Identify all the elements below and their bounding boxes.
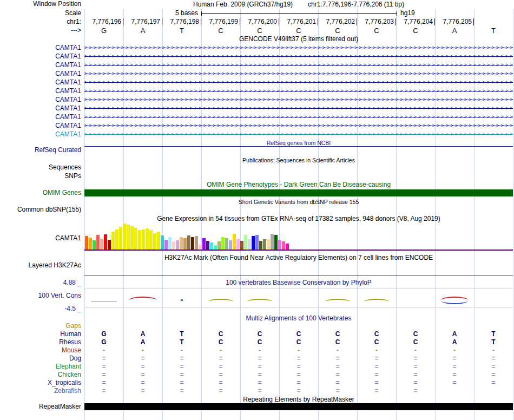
ruler-position[interactable]: 7,776,196: [84, 18, 123, 25]
gtex-tissue-bar[interactable]: [252, 236, 255, 250]
ruler-position[interactable]: 7,776,201: [279, 18, 318, 25]
ruler-position[interactable]: 7,776,197: [123, 18, 162, 25]
gtex-tissue-bar[interactable]: [225, 238, 228, 250]
gtex-tissue-bar[interactable]: [168, 237, 172, 250]
track-label-elephant[interactable]: Elephant: [0, 363, 81, 371]
gtex-tissue-bar[interactable]: [286, 244, 289, 250]
transcript-row[interactable]: >>>>>>>>>>>>>>>>>>>>>>>>>>>>>>>>>>>>>>>>…: [84, 78, 513, 87]
gtex-tissue-bar[interactable]: [214, 245, 217, 250]
track-label-human[interactable]: Human: [0, 330, 81, 338]
gtex-tissue-bar[interactable]: [183, 238, 187, 250]
track-label-omim-genes[interactable]: OMIM Genes: [0, 189, 81, 196]
track-label-camta1[interactable]: CAMTA1: [0, 52, 81, 61]
phylop-wiggle[interactable]: [84, 288, 513, 309]
gtex-tissue-bar[interactable]: [172, 241, 175, 250]
multiz-row-rhesus[interactable]: GATCCCCCCAT: [84, 338, 513, 346]
transcript-row[interactable]: >>>>>>>>>>>>>>>>>>>>>>>>>>>>>>>>>>>>>>>>…: [84, 61, 513, 69]
ruler-position[interactable]: 7,776,200: [240, 18, 279, 25]
gtex-tissue-bar[interactable]: [104, 234, 107, 250]
gtex-tissue-bar[interactable]: [218, 241, 221, 250]
gtex-tissue-bar[interactable]: [267, 239, 270, 250]
track-label-chicken[interactable]: Chicken: [0, 371, 81, 379]
gtex-tissue-bar[interactable]: [282, 241, 285, 250]
track-label-camta1[interactable]: CAMTA1: [0, 43, 81, 52]
gtex-tissue-bar[interactable]: [142, 229, 145, 250]
track-label-camta1[interactable]: CAMTA1: [0, 130, 81, 139]
gtex-tissue-bar[interactable]: [115, 229, 118, 250]
omim-gene-bar[interactable]: [84, 189, 513, 196]
gtex-tissue-bar[interactable]: [108, 240, 111, 250]
gtex-tissue-bar[interactable]: [111, 232, 115, 250]
transcript-row[interactable]: >>>>>>>>>>>>>>>>>>>>>>>>>>>>>>>>>>>>>>>>…: [84, 95, 513, 104]
gtex-tissue-bar[interactable]: [199, 245, 202, 250]
multiz-row-mouse[interactable]: -----------: [84, 346, 513, 355]
transcript-row[interactable]: >>>>>>>>>>>>>>>>>>>>>>>>>>>>>>>>>>>>>>>>…: [84, 43, 513, 52]
gtex-tissue-bar[interactable]: [221, 237, 225, 250]
gtex-tissue-bar[interactable]: [259, 241, 262, 250]
refseq-dense-item[interactable]: [84, 146, 513, 147]
gtex-tissue-bar[interactable]: [210, 242, 213, 250]
gtex-tissue-bar[interactable]: [134, 228, 137, 250]
transcript-row[interactable]: >>>>>>>>>>>>>>>>>>>>>>>>>>>>>>>>>>>>>>>>…: [84, 52, 513, 61]
track-label-camta1[interactable]: CAMTA1: [0, 78, 81, 87]
track-label-sequences[interactable]: Sequences: [0, 164, 81, 171]
gtex-tissue-bar[interactable]: [85, 236, 88, 250]
track-label-repeatmasker[interactable]: RepeatMasker: [0, 403, 81, 410]
gtex-tissue-bar[interactable]: [89, 238, 92, 250]
gtex-expression-barchart[interactable]: [85, 223, 513, 250]
multiz-row-chicken[interactable]: ===========: [84, 371, 513, 379]
transcript-row[interactable]: >>>>>>>>>>>>>>>>>>>>>>>>>>>>>>>>>>>>>>>>…: [84, 113, 513, 121]
ruler-position[interactable]: 7,776,199: [201, 18, 240, 25]
track-label-common-dbsnp[interactable]: Common dbSNP(155): [0, 206, 81, 213]
track-label-rhesus[interactable]: Rhesus: [0, 338, 81, 346]
transcript-row[interactable]: >>>>>>>>>>>>>>>>>>>>>>>>>>>>>>>>>>>>>>>>…: [84, 69, 513, 78]
gtex-tissue-bar[interactable]: [229, 240, 232, 250]
track-label-camta1[interactable]: CAMTA1: [0, 87, 81, 95]
gtex-tissue-bar[interactable]: [255, 235, 259, 250]
gtex-tissue-bar[interactable]: [164, 240, 168, 250]
track-label-mouse[interactable]: Mouse: [0, 346, 81, 355]
gtex-tissue-bar[interactable]: [153, 233, 156, 250]
transcript-row[interactable]: >>>>>>>>>>>>>>>>>>>>>>>>>>>>>>>>>>>>>>>>…: [84, 121, 513, 130]
transcript-row[interactable]: >>>>>>>>>>>>>>>>>>>>>>>>>>>>>>>>>>>>>>>>…: [84, 130, 513, 139]
track-label-dog[interactable]: Dog: [0, 355, 81, 363]
ruler-position[interactable]: 7,776,202: [318, 18, 357, 25]
gtex-tissue-bar[interactable]: [149, 230, 153, 250]
gtex-tissue-bar[interactable]: [195, 236, 198, 250]
gtex-tissue-bar[interactable]: [127, 225, 130, 250]
repeatmasker-bar[interactable]: [84, 403, 513, 410]
gtex-tissue-bar[interactable]: [93, 240, 96, 250]
gtex-tissue-bar[interactable]: [96, 235, 100, 250]
track-label-camta1[interactable]: CAMTA1: [0, 61, 81, 69]
track-label-camta1[interactable]: CAMTA1: [0, 113, 81, 121]
gtex-tissue-bar[interactable]: [233, 234, 236, 250]
track-label-gtex-camta1[interactable]: CAMTA1: [0, 235, 81, 242]
gtex-tissue-bar[interactable]: [180, 237, 183, 250]
gtex-tissue-bar[interactable]: [187, 235, 190, 250]
gtex-tissue-bar[interactable]: [240, 241, 243, 250]
track-label-camta1[interactable]: CAMTA1: [0, 104, 81, 113]
ruler-position[interactable]: 7,776,203: [357, 18, 396, 25]
track-label-snps[interactable]: SNPs: [0, 173, 81, 180]
multiz-row-human[interactable]: GATCCCCCCAT: [84, 330, 513, 338]
gtex-tissue-bar[interactable]: [138, 230, 141, 250]
gtex-tissue-bar[interactable]: [130, 226, 134, 250]
gtex-tissue-bar[interactable]: [236, 239, 240, 250]
multiz-row-x_tropicalis[interactable]: ===========: [84, 379, 513, 387]
gtex-tissue-bar[interactable]: [206, 241, 209, 250]
track-label-camta1[interactable]: CAMTA1: [0, 95, 81, 104]
track-label-phylop[interactable]: 100 Vert. Cons: [0, 292, 81, 299]
track-label-camta1[interactable]: CAMTA1: [0, 69, 81, 78]
transcript-row[interactable]: >>>>>>>>>>>>>>>>>>>>>>>>>>>>>>>>>>>>>>>>…: [84, 104, 513, 113]
gtex-tissue-bar[interactable]: [202, 238, 206, 250]
gtex-tissue-bar[interactable]: [271, 234, 274, 250]
gtex-tissue-bar[interactable]: [244, 235, 247, 250]
gtex-tissue-bar[interactable]: [161, 235, 164, 250]
gtex-tissue-bar[interactable]: [248, 239, 251, 250]
track-label-camta1[interactable]: CAMTA1: [0, 121, 81, 130]
track-label-x_tropicalis[interactable]: X_tropicalis: [0, 379, 81, 387]
gtex-tissue-bar[interactable]: [100, 239, 103, 250]
gtex-tissue-bar[interactable]: [191, 237, 194, 250]
ruler-position[interactable]: 7,776,204: [396, 18, 435, 25]
ruler[interactable]: 7,776,1967,776,1977,776,1987,776,1997,77…: [84, 18, 513, 25]
